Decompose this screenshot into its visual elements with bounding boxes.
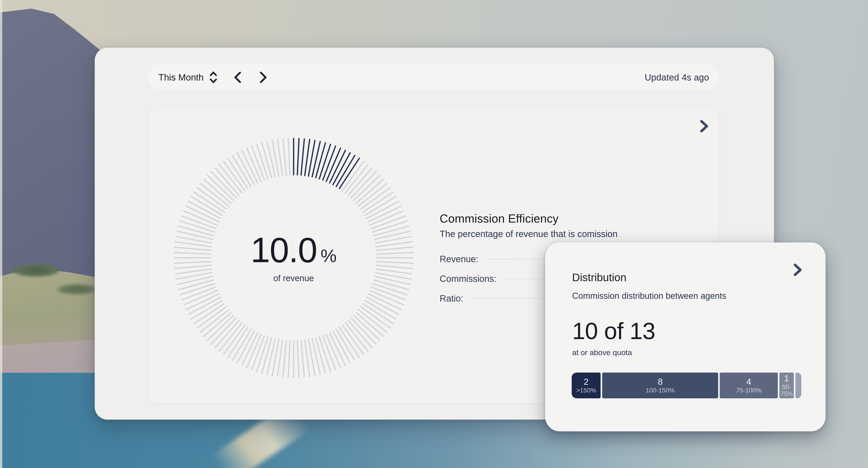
chevron-right-icon [700,120,708,133]
painting-trees [11,264,61,277]
period-selector[interactable]: This Month [158,71,217,84]
painting-edge [0,0,2,468]
segment-range-label: 50-75% [779,384,794,397]
gauge-center: 10.0 % of revenue [172,136,416,380]
gauge-caption: of revenue [273,273,314,283]
stat-label: Commissions: [440,274,496,284]
segment-count: 8 [658,377,662,387]
distribution-bar-segment: 475-100% [720,373,778,398]
chevron-right-icon [260,72,267,83]
updated-status: Updated 4s ago [645,72,709,83]
distribution-subtitle: Commission distribution between agents [572,291,726,301]
stat-label: Ratio: [440,293,463,303]
prev-period-button[interactable] [232,71,243,83]
distribution-bar-segment: 150-75% [779,373,794,398]
distribution-card: Distribution Commission distribution bet… [545,242,826,431]
distribution-detail-button[interactable] [791,263,804,276]
efficiency-title: Commission Efficiency [440,212,559,225]
distribution-bar-cap [796,373,801,398]
segment-count: 1 [784,374,789,384]
distribution-headline: 10 of 13 [572,319,655,343]
segment-range-label: 75-100% [736,387,762,394]
segment-count: 2 [584,377,589,387]
period-label: This Month [158,72,204,83]
toolbar: This Month Updated 4s ago [148,64,719,91]
distribution-caption: at or above quota [572,348,632,357]
next-period-button[interactable] [257,71,269,83]
segment-range-label: >150% [576,387,596,394]
gauge-value: 10.0 [251,233,317,268]
gauge-unit: % [320,246,337,266]
segment-count: 4 [746,377,751,387]
chevron-left-icon [234,72,241,83]
distribution-bar-segment: 8100-150% [602,373,718,398]
painting-trees [57,284,97,295]
select-updown-icon [210,71,217,84]
segment-range-label: 100-150% [646,387,675,394]
distribution-title: Distribution [572,271,626,284]
stat-label: Revenue: [440,254,478,264]
efficiency-subtitle: The percentage of revenue that is comiss… [440,229,618,239]
efficiency-gauge: 10.0 % of revenue [172,136,416,380]
efficiency-detail-button[interactable] [698,119,711,133]
chevron-right-icon [794,264,802,276]
distribution-bar: 2>150%8100-150%475-100%150-75% [572,373,801,398]
distribution-bar-segment: 2>150% [572,373,600,398]
